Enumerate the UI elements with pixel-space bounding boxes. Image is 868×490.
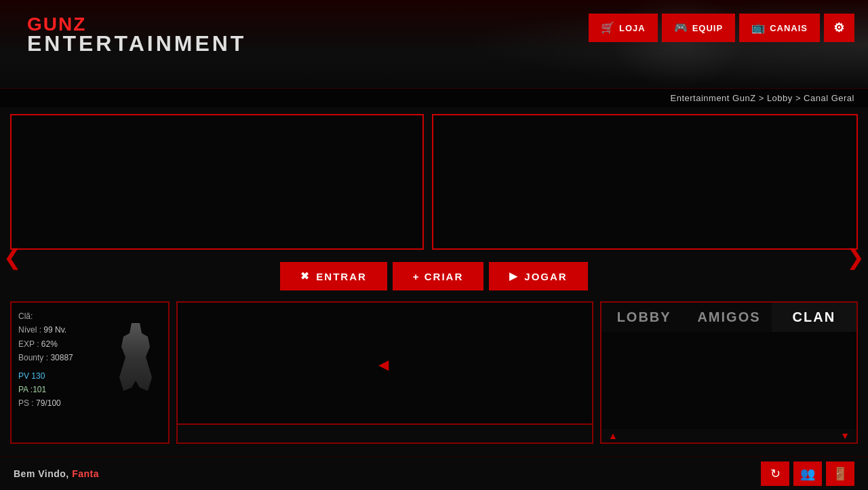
cart-icon: 🛒 [601,22,615,33]
chat-area[interactable]: ◀ [178,303,592,423]
player-info-panel: Clã: Nível : 99 Nv. EXP : 62% Bounty : 3… [10,301,170,444]
exp-label: EXP : [18,339,39,349]
pv-value: 130 [31,371,45,381]
player-avatar [115,323,163,398]
logo-entertainment: ENTERTAINMENT [27,31,246,56]
room-list-panel [10,114,424,250]
social-nav-up[interactable]: ▲ [608,430,618,441]
nivel-label: Nível : [18,325,41,335]
bottom-panels: Clã: Nível : 99 Nv. EXP : 62% Bounty : 3… [10,301,858,444]
bounty-value: 30887 [50,353,73,362]
amigos-tab-label: AMIGOS [697,309,760,324]
breadcrumb: Entertainment GunZ > Lobby > Canal Geral [0,88,868,107]
social-content [601,332,856,429]
clan-tab-label: CLAN [793,309,836,324]
footer: Bem Vindo, Fanta ↻ 👥 🚪 [0,456,868,490]
equip-button[interactable]: 🎮 EQUIP [662,14,735,42]
player-ps: PS : 79/100 [18,396,161,410]
chat-panel: ◀ [176,301,593,444]
refresh-button[interactable]: ↻ [761,461,789,486]
lobby-tab-label: LOBBY [617,309,671,324]
tv-icon: 📺 [751,22,766,33]
player-cla: Clã: [18,309,161,323]
top-panels [10,114,858,250]
nivel-value: 99 Nv. [43,325,66,335]
pa-value: :101 [31,385,46,394]
exit-icon: 🚪 [833,466,848,481]
chat-input[interactable] [178,423,592,442]
nav-arrow-left[interactable]: ❮ [3,244,22,270]
banner-panel [432,114,858,250]
tab-amigos[interactable]: AMIGOS [686,303,771,332]
tab-lobby[interactable]: LOBBY [601,303,686,332]
logo-area: GUNZ ENTERTAINMENT [27,14,246,56]
footer-buttons: ↻ 👥 🚪 [761,461,854,486]
nav-arrow-right[interactable]: ❯ [846,244,865,270]
cla-label: Clã: [18,312,33,321]
party-button[interactable]: 👥 [793,461,822,486]
ps-value: 79/100 [36,398,61,408]
criar-label: + CRIAR [413,271,463,282]
social-nav: ▲ ▼ [601,429,856,442]
entrar-button[interactable]: ✖ ENTRAR [280,262,387,290]
sword-icon: ✖ [300,270,311,282]
refresh-icon: ↻ [770,466,781,481]
welcome-prefix: Bem Vindo, [14,468,69,479]
bounty-label: Bounty : [18,353,48,362]
header: GUNZ ENTERTAINMENT 🛒 LOJA 🎮 EQUIP 📺 CANA… [0,0,868,88]
welcome-name: Fanta [72,468,99,479]
jogar-arrow-icon: ▶ [509,270,519,282]
equip-icon: 🎮 [674,22,688,33]
jogar-button[interactable]: ▶ JOGAR [489,262,587,290]
canais-button[interactable]: 📺 CANAIS [739,14,820,42]
loja-label: LOJA [619,23,646,33]
tab-clan[interactable]: CLAN [772,303,856,332]
social-tabs: LOBBY AMIGOS CLAN [601,303,856,332]
users-icon: 👥 [800,466,815,481]
social-nav-down[interactable]: ▼ [840,430,850,441]
main-content: ❮ ❯ ✖ ENTRAR + CRIAR ▶ JOGAR Clã: [0,107,868,489]
jogar-label: JOGAR [524,271,567,282]
chat-cursor-icon: ◀ [378,356,392,370]
action-buttons: ✖ ENTRAR + CRIAR ▶ JOGAR [10,257,858,296]
criar-button[interactable]: + CRIAR [393,262,484,290]
settings-button[interactable]: ⚙ [824,14,854,42]
ps-label: PS : [18,398,34,408]
settings-icon: ⚙ [833,20,845,35]
social-panel: LOBBY AMIGOS CLAN ▲ ▼ [600,301,858,444]
canais-label: CANAIS [770,23,808,33]
pv-label: PV [18,371,29,381]
nav-buttons: 🛒 LOJA 🎮 EQUIP 📺 CANAIS ⚙ [589,14,854,42]
character-silhouette [115,323,156,391]
breadcrumb-text: Entertainment GunZ > Lobby > Canal Geral [671,93,854,103]
equip-label: EQUIP [692,23,723,33]
exp-value: 62% [41,339,58,349]
exit-button[interactable]: 🚪 [826,461,854,486]
pa-label: PA [18,385,28,394]
entrar-label: ENTRAR [316,271,367,282]
loja-button[interactable]: 🛒 LOJA [589,14,658,42]
welcome-text: Bem Vindo, Fanta [14,468,99,479]
